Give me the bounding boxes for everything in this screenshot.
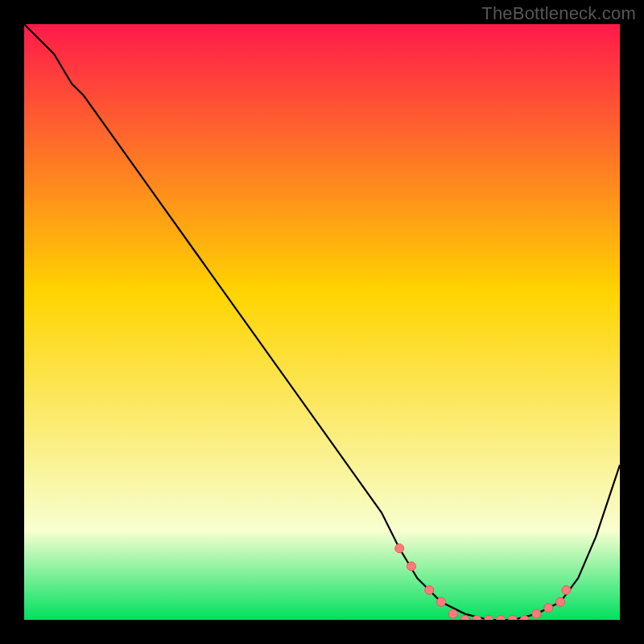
marker-dot bbox=[556, 597, 565, 606]
marker-dot bbox=[437, 597, 446, 606]
marker-dot bbox=[562, 586, 571, 595]
marker-dot bbox=[395, 544, 404, 553]
chart-svg bbox=[24, 24, 620, 620]
watermark-text: TheBottleneck.com bbox=[481, 3, 636, 24]
marker-dot bbox=[448, 609, 457, 618]
marker-dot bbox=[407, 562, 416, 571]
marker-dot bbox=[425, 586, 434, 595]
marker-dot bbox=[544, 604, 553, 613]
marker-dot bbox=[532, 609, 541, 618]
chart-area bbox=[24, 24, 620, 620]
gradient-bg bbox=[24, 24, 620, 620]
